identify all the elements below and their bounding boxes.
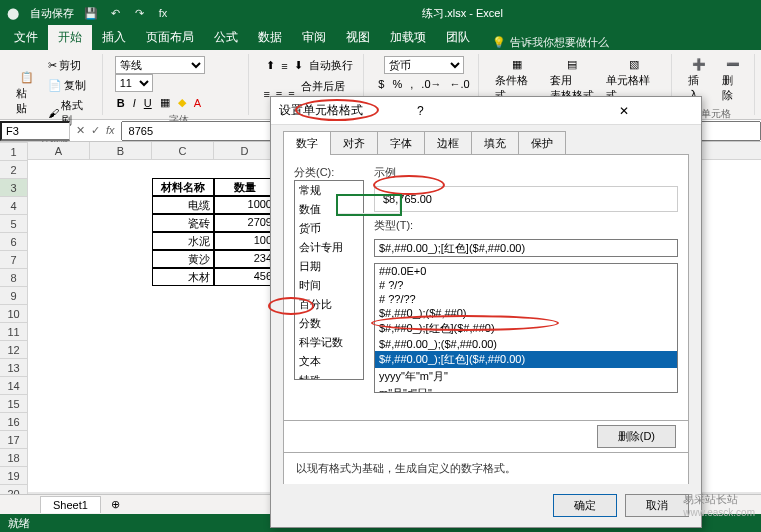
category-item[interactable]: 货币: [295, 219, 363, 238]
row-header[interactable]: 3: [0, 179, 27, 197]
col-header[interactable]: A: [28, 142, 90, 159]
category-item[interactable]: 特殊: [295, 371, 363, 380]
row-header[interactable]: 11: [0, 323, 27, 341]
tab-data[interactable]: 数据: [248, 25, 292, 50]
dlg-tab-protect[interactable]: 保护: [518, 131, 566, 155]
active-cell[interactable]: [338, 196, 400, 214]
enter-fx-icon[interactable]: ✓: [91, 124, 100, 137]
cell[interactable]: 2709: [214, 214, 276, 232]
cell[interactable]: 木材: [152, 268, 214, 286]
category-item[interactable]: 日期: [295, 257, 363, 276]
tab-home[interactable]: 开始: [48, 25, 92, 50]
cell[interactable]: 黄沙: [152, 250, 214, 268]
fx-icon[interactable]: fx: [156, 6, 170, 20]
help-icon[interactable]: ?: [417, 104, 555, 118]
row-header[interactable]: 13: [0, 359, 27, 377]
type-item[interactable]: $#,##0_);[红色]($#,##0): [375, 320, 677, 337]
dlg-tab-font[interactable]: 字体: [377, 131, 425, 155]
copy-button[interactable]: 📄复制: [46, 76, 96, 95]
row-header[interactable]: 17: [0, 431, 27, 449]
font-name-select[interactable]: 等线: [115, 56, 205, 74]
type-item[interactable]: $#,##0_);($#,##0): [375, 306, 677, 320]
tab-view[interactable]: 视图: [336, 25, 380, 50]
number-format-select[interactable]: 货币: [384, 56, 464, 74]
cut-button[interactable]: ✂剪切: [46, 56, 96, 75]
type-item[interactable]: $#,##0.00_);($#,##0.00): [375, 337, 677, 351]
redo-icon[interactable]: ↷: [132, 6, 146, 20]
tab-layout[interactable]: 页面布局: [136, 25, 204, 50]
tab-review[interactable]: 审阅: [292, 25, 336, 50]
category-item[interactable]: 时间: [295, 276, 363, 295]
row-header[interactable]: 4: [0, 197, 27, 215]
inc-decimal[interactable]: .0→: [419, 76, 443, 92]
type-item[interactable]: # ?/?: [375, 278, 677, 292]
dec-decimal[interactable]: ←.0: [448, 76, 472, 92]
tab-file[interactable]: 文件: [4, 25, 48, 50]
category-item[interactable]: 科学记数: [295, 333, 363, 352]
row-header[interactable]: 9: [0, 287, 27, 305]
currency-button[interactable]: $: [376, 76, 386, 92]
align-mid[interactable]: ≡: [279, 56, 289, 75]
cell[interactable]: 电缆: [152, 196, 214, 214]
underline-button[interactable]: U: [142, 94, 154, 111]
fill-color-button[interactable]: ◆: [176, 94, 188, 111]
italic-button[interactable]: I: [131, 94, 138, 111]
col-header[interactable]: B: [90, 142, 152, 159]
category-item[interactable]: 百分比: [295, 295, 363, 314]
cell[interactable]: 数量: [214, 178, 276, 196]
col-header[interactable]: D: [214, 142, 276, 159]
tab-insert[interactable]: 插入: [92, 25, 136, 50]
category-item[interactable]: 会计专用: [295, 238, 363, 257]
undo-icon[interactable]: ↶: [108, 6, 122, 20]
add-sheet-button[interactable]: ⊕: [103, 496, 128, 513]
row-header[interactable]: 18: [0, 449, 27, 467]
row-header[interactable]: 1: [0, 143, 27, 161]
cell[interactable]: 1000: [214, 196, 276, 214]
row-header[interactable]: 7: [0, 251, 27, 269]
row-header[interactable]: 15: [0, 395, 27, 413]
dlg-tab-align[interactable]: 对齐: [330, 131, 378, 155]
tab-addins[interactable]: 加载项: [380, 25, 436, 50]
align-top[interactable]: ⬆: [264, 56, 277, 75]
align-bot[interactable]: ⬇: [292, 56, 305, 75]
tab-formulas[interactable]: 公式: [204, 25, 248, 50]
autosave-toggle[interactable]: ⬤: [6, 6, 20, 20]
ok-button[interactable]: 确定: [553, 494, 617, 517]
type-item[interactable]: # ??/??: [375, 292, 677, 306]
type-input[interactable]: [374, 239, 678, 257]
font-color-button[interactable]: A: [192, 94, 203, 111]
col-header[interactable]: C: [152, 142, 214, 159]
sheet-tab[interactable]: Sheet1: [40, 496, 101, 513]
row-header[interactable]: 19: [0, 467, 27, 485]
cell[interactable]: 水泥: [152, 232, 214, 250]
dlg-tab-border[interactable]: 边框: [424, 131, 472, 155]
row-header[interactable]: 5: [0, 215, 27, 233]
cell[interactable]: 456: [214, 268, 276, 286]
row-header[interactable]: 8: [0, 269, 27, 287]
type-item[interactable]: $#,##0.00_);[红色]($#,##0.00): [375, 351, 677, 368]
category-item[interactable]: 分数: [295, 314, 363, 333]
save-icon[interactable]: 💾: [84, 6, 98, 20]
row-header[interactable]: 10: [0, 305, 27, 323]
name-box[interactable]: [0, 121, 70, 141]
row-header[interactable]: 2: [0, 161, 27, 179]
row-header[interactable]: 12: [0, 341, 27, 359]
type-item[interactable]: m"月"d"日": [375, 385, 677, 393]
comma-button[interactable]: ,: [408, 76, 415, 92]
dlg-tab-number[interactable]: 数字: [283, 131, 331, 155]
cell[interactable]: 100: [214, 232, 276, 250]
type-list[interactable]: ##0.0E+0# ?/?# ??/??$#,##0_);($#,##0)$#,…: [374, 263, 678, 393]
delete-format-button[interactable]: 删除(D): [597, 425, 676, 448]
wrap-text[interactable]: 自动换行: [307, 56, 355, 75]
tell-me[interactable]: 💡告诉我你想要做什么: [492, 35, 609, 50]
cell[interactable]: 材料名称: [152, 178, 214, 196]
row-header[interactable]: 6: [0, 233, 27, 251]
row-header[interactable]: 14: [0, 377, 27, 395]
bold-button[interactable]: B: [115, 94, 127, 111]
paste-button[interactable]: 📋粘贴: [12, 69, 42, 118]
cell[interactable]: 瓷砖: [152, 214, 214, 232]
font-size-select[interactable]: 11: [115, 74, 153, 92]
fx-button[interactable]: fx: [106, 124, 115, 137]
type-item[interactable]: ##0.0E+0: [375, 264, 677, 278]
border-button[interactable]: ▦: [158, 94, 172, 111]
